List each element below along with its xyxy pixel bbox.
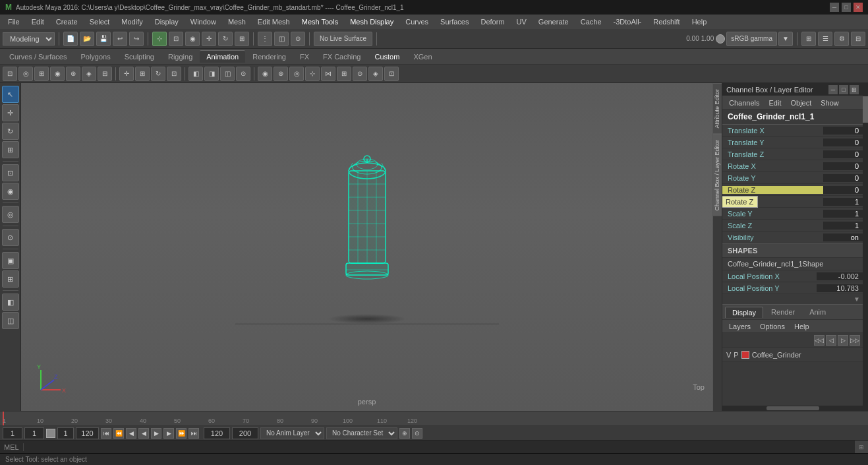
cb-restore-btn[interactable]: □	[839, 85, 848, 94]
max-frame-input[interactable]	[232, 427, 258, 439]
gamma-button[interactable]: sRGB gamma	[726, 32, 777, 46]
icon-tb-19[interactable]: ⊹	[305, 67, 320, 81]
channel-rotate-x[interactable]: Rotate X 0	[722, 160, 863, 172]
step-fwd-btn[interactable]: ⏩	[176, 428, 187, 439]
start-frame-input[interactable]	[3, 427, 22, 439]
local-pos-x-row[interactable]: Local Position X -0.002	[722, 270, 863, 282]
scale-button[interactable]: ⊞	[235, 32, 249, 46]
icon-list[interactable]: ☰	[818, 32, 832, 46]
icon-tb-23[interactable]: ◈	[368, 67, 383, 81]
tab-fx-caching[interactable]: FX Caching	[316, 51, 367, 63]
char-set-dropdown[interactable]: No Character Set	[326, 427, 397, 439]
layer-visibility[interactable]: V	[726, 351, 731, 359]
channel-translate-y[interactable]: Translate Y 0	[722, 137, 863, 148]
maximize-button[interactable]: □	[842, 3, 851, 12]
tab-rigging[interactable]: Rigging	[161, 51, 199, 63]
select-tool-button[interactable]: ⊹	[152, 32, 167, 46]
menu-edit-mesh[interactable]: Edit Mesh	[252, 16, 295, 27]
play-fwd-btn[interactable]: ▶	[151, 428, 161, 439]
menu-redshift[interactable]: Redshift	[648, 16, 685, 27]
lasso-button[interactable]: ⊡	[169, 32, 183, 46]
icon-tb-6[interactable]: ◈	[82, 67, 96, 81]
icon-tb-13[interactable]: ◨	[204, 67, 219, 81]
snap-curve-button[interactable]: ◫	[274, 32, 289, 46]
mel-icon[interactable]: ⊞	[855, 441, 868, 454]
prev-frame-btn[interactable]: ◀	[126, 428, 136, 439]
menu-select[interactable]: Select	[84, 16, 115, 27]
menu-display[interactable]: Display	[150, 16, 184, 27]
channel-visibility[interactable]: Visibility on	[722, 232, 863, 243]
cb-minimize-btn[interactable]: ─	[828, 85, 838, 94]
menu-edit[interactable]: Edit	[26, 16, 49, 27]
cb-menu-channels[interactable]: Channels	[725, 98, 763, 108]
icon-tb-7[interactable]: ⊟	[98, 67, 112, 81]
minimize-button[interactable]: ─	[830, 3, 839, 12]
rotate-button[interactable]: ↻	[218, 32, 233, 46]
layer-placeholder[interactable]: P	[734, 351, 738, 359]
channel-box-layer-tab[interactable]: Channel Box / Layer Editor	[713, 134, 722, 216]
paint-button[interactable]: ◉	[185, 32, 200, 46]
mode-dropdown[interactable]: Modeling	[3, 32, 55, 46]
tab-fx[interactable]: FX	[293, 51, 316, 63]
dra-tab-render[interactable]: Render	[765, 307, 801, 317]
play-back-btn[interactable]: ◀	[138, 428, 149, 439]
channel-translate-z[interactable]: Translate Z 0	[722, 148, 863, 160]
channel-rotate-y[interactable]: Rotate Y 0	[722, 172, 863, 184]
range-end-input[interactable]	[76, 427, 99, 439]
skip-end-btn[interactable]: ⏭	[188, 428, 199, 439]
menu-cache[interactable]: Cache	[575, 16, 607, 27]
cb-menu-object[interactable]: Object	[786, 98, 815, 108]
icon-tb-17[interactable]: ⊛	[274, 67, 288, 81]
icon-tb-10[interactable]: ↻	[151, 67, 165, 81]
icon-tb-22[interactable]: ⊙	[353, 67, 367, 81]
icon-tb-1[interactable]: ⊡	[3, 67, 17, 81]
dra-tab-anim[interactable]: Anim	[803, 307, 832, 317]
tab-animation[interactable]: Animation	[200, 50, 245, 63]
new-scene-button[interactable]: 📄	[63, 32, 78, 46]
layer-nav-btn4[interactable]: ▷▷	[850, 335, 860, 346]
menu-generate[interactable]: Generate	[533, 16, 574, 27]
le-menu-layers[interactable]: Layers	[725, 322, 755, 331]
icon-tb-15[interactable]: ⊙	[236, 67, 250, 81]
layer-nav-btn1[interactable]: ◁◁	[814, 335, 825, 346]
icon-tb-8[interactable]: ✛	[119, 67, 134, 81]
cb-menu-edit[interactable]: Edit	[765, 98, 785, 108]
move-button[interactable]: ✛	[202, 32, 216, 46]
paint-select-btn[interactable]: ◉	[2, 183, 19, 200]
anim-layer-add-btn[interactable]: ⊕	[399, 428, 410, 439]
scale-mode-btn[interactable]: ⊞	[2, 141, 19, 158]
tab-xgen[interactable]: XGen	[407, 51, 438, 63]
anim-layer-dropdown[interactable]: No Anim Layer	[260, 427, 324, 439]
rotate-mode-btn[interactable]: ↻	[2, 123, 19, 140]
save-button[interactable]: 💾	[96, 32, 111, 46]
menu-mesh-tools[interactable]: Mesh Tools	[297, 16, 343, 27]
open-button[interactable]: 📂	[80, 32, 94, 46]
grid-btn[interactable]: ⊞	[2, 270, 19, 288]
cb-menu-show[interactable]: Show	[817, 98, 843, 108]
icon-tb-24[interactable]: ⊡	[384, 67, 399, 81]
menu-help[interactable]: Help	[687, 16, 712, 27]
le-menu-help[interactable]: Help	[790, 322, 813, 331]
step-back-btn[interactable]: ⏪	[113, 428, 124, 439]
menu-uv[interactable]: UV	[511, 16, 532, 27]
icon-tb-11[interactable]: ⊡	[167, 67, 181, 81]
skip-start-btn[interactable]: ⏮	[101, 428, 111, 439]
char-set-btn[interactable]: ⊙	[412, 428, 422, 439]
current-frame-input[interactable]	[24, 427, 44, 439]
icon-extra[interactable]: ⊟	[851, 32, 865, 46]
local-pos-y-row[interactable]: Local Position Y 10.783	[722, 282, 863, 294]
attr-editor-tab[interactable]: Attribute Editor	[713, 83, 722, 134]
layer-row[interactable]: V P Coffee_Grinder	[722, 348, 863, 362]
cb-maximize-btn[interactable]: ⊞	[850, 85, 859, 94]
icon-tb-2[interactable]: ◎	[18, 67, 33, 81]
anim-end-input[interactable]	[204, 427, 230, 439]
channel-rotate-z[interactable]: Rotate Z 0 Rotate Z	[722, 184, 863, 196]
layer-hscroll[interactable]	[722, 406, 863, 411]
layer-hscroll-thumb[interactable]	[767, 406, 819, 410]
move-mode-btn[interactable]: ✛	[2, 104, 19, 121]
gamma-dropdown-button[interactable]: ▼	[778, 32, 793, 46]
frame-slider-thumb[interactable]	[46, 429, 55, 438]
icon-tb-5[interactable]: ⊛	[66, 67, 80, 81]
icon-tb-4[interactable]: ◉	[50, 67, 65, 81]
layer-nav-btn2[interactable]: ◁	[826, 335, 836, 346]
